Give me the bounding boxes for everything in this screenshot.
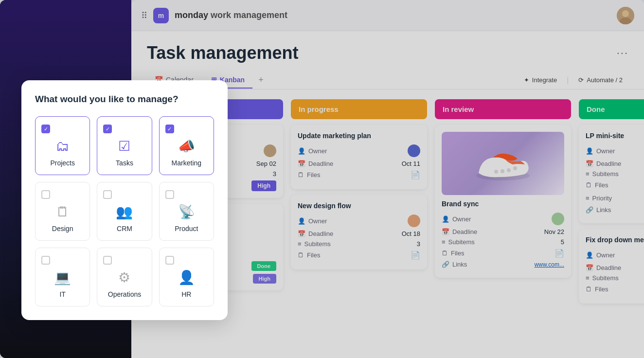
option-product-checkbox [165, 190, 174, 199]
option-crm-checkbox [103, 190, 112, 199]
option-operations-checkbox [103, 256, 112, 265]
option-projects-label: Projects [50, 159, 75, 167]
it-icon: 💻 [54, 269, 71, 286]
option-hr-checkbox [165, 256, 174, 265]
projects-icon: 🗂 [56, 138, 70, 154]
option-design[interactable]: 🗒 Design [35, 182, 90, 241]
design-icon: 🗒 [56, 204, 70, 220]
option-product[interactable]: 📡 Product [159, 182, 214, 241]
marketing-icon: 📣 [178, 138, 195, 154]
option-projects[interactable]: ✓ 🗂 Projects [35, 116, 90, 175]
option-marketing[interactable]: ✓ 📣 Marketing [159, 116, 214, 175]
option-marketing-label: Marketing [172, 159, 201, 167]
option-tasks-label: Tasks [116, 159, 133, 167]
option-product-label: Product [175, 225, 198, 233]
option-crm-label: CRM [117, 225, 132, 233]
option-it-label: IT [59, 290, 65, 298]
option-projects-checkbox: ✓ [41, 125, 50, 133]
modal-title: What would you like to manage? [35, 94, 214, 105]
crm-icon: 👥 [116, 204, 133, 220]
modal-options-grid: ✓ 🗂 Projects ✓ ☑ Tasks ✓ 📣 Marketing 🗒 D… [35, 116, 214, 306]
option-hr-label: HR [181, 290, 191, 298]
tasks-icon: ☑ [118, 138, 130, 154]
product-icon: 📡 [178, 204, 195, 220]
option-tasks[interactable]: ✓ ☑ Tasks [97, 116, 152, 175]
option-hr[interactable]: 👤 HR [159, 248, 214, 306]
option-operations[interactable]: ⚙ Operations [97, 248, 152, 306]
option-design-checkbox [41, 190, 50, 199]
manage-modal: What would you like to manage? ✓ 🗂 Proje… [21, 80, 228, 320]
option-operations-label: Operations [108, 290, 141, 298]
option-it-checkbox [41, 256, 50, 265]
option-design-label: Design [52, 225, 73, 233]
option-marketing-checkbox: ✓ [165, 125, 174, 133]
hr-icon: 👤 [178, 269, 195, 286]
option-tasks-checkbox: ✓ [103, 125, 112, 133]
option-crm[interactable]: 👥 CRM [97, 182, 152, 241]
option-it[interactable]: 💻 IT [35, 248, 90, 306]
operations-icon: ⚙ [118, 269, 130, 286]
